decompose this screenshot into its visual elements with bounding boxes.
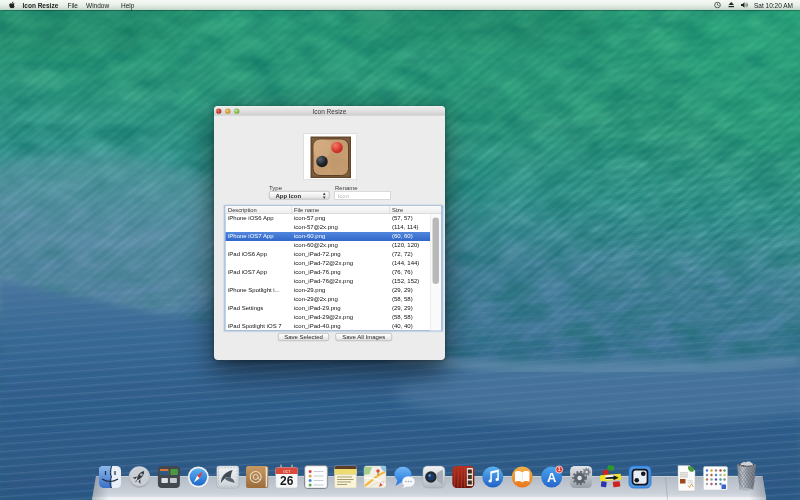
svg-text:OCT: OCT	[283, 470, 291, 474]
svg-text:A: A	[547, 470, 557, 485]
svg-text:26: 26	[280, 474, 294, 488]
svg-text:1: 1	[558, 466, 561, 472]
